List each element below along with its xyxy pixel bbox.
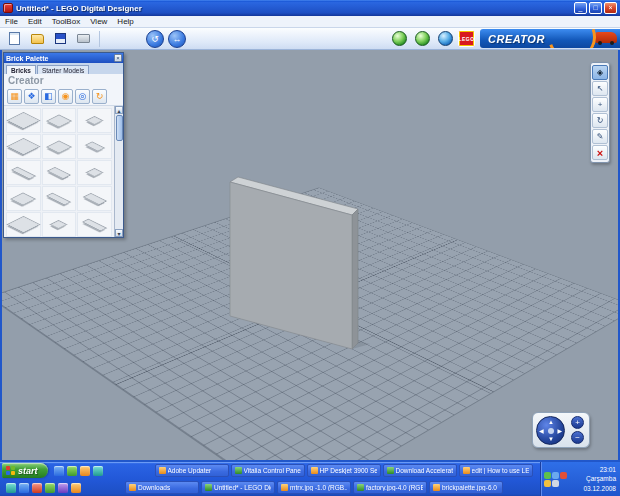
quick-launch-icon[interactable]	[67, 466, 77, 476]
zoom-out-button[interactable]: −	[571, 431, 584, 444]
taskbar-button[interactable]: factory.jpg-4.0 (RGB...	[353, 481, 427, 494]
tool-button[interactable]: ↖	[592, 81, 608, 96]
mode-tool-button[interactable]: ↔	[168, 30, 186, 48]
toolbar-button[interactable]	[4, 30, 24, 48]
palette-close-icon[interactable]: ×	[114, 54, 122, 62]
tray-icon[interactable]	[552, 472, 559, 479]
tool-button[interactable]: +	[592, 97, 608, 112]
clock[interactable]: 23:01 Çarşamba 03.12.2008	[573, 462, 620, 496]
palette-brick-item[interactable]	[77, 108, 112, 133]
quick-launch-icon[interactable]	[54, 466, 64, 476]
rotate-up-icon[interactable]: ▲	[548, 419, 554, 425]
3d-viewport[interactable]: Brick Palette × BricksStarter Models Cre…	[0, 50, 620, 462]
quick-launch-icon[interactable]	[32, 483, 42, 493]
menu-item[interactable]: View	[90, 17, 107, 26]
menu-item[interactable]: Edit	[28, 17, 42, 26]
taskbar: start Adobe UpdaterVitalia Control Panel…	[0, 462, 620, 496]
quick-launch-icon[interactable]	[19, 483, 29, 493]
close-button[interactable]: ×	[604, 2, 617, 14]
palette-brick-item[interactable]	[77, 186, 112, 211]
creator-theme-banner: CREATOR	[480, 29, 620, 48]
palette-brick-item[interactable]	[6, 160, 41, 185]
quick-launch-icon[interactable]	[45, 483, 55, 493]
quick-launch-icon[interactable]	[6, 483, 16, 493]
filter-icon: ↻	[96, 92, 104, 101]
palette-brick-item[interactable]	[77, 134, 112, 159]
toolbar-button[interactable]	[50, 30, 70, 48]
mode-tool-button[interactable]: ↺	[146, 30, 164, 48]
zoom-in-button[interactable]: +	[571, 416, 584, 429]
menu-item[interactable]: Help	[117, 17, 133, 26]
globe-icon[interactable]	[392, 31, 407, 46]
taskbar-button[interactable]: Untitled* - LEGO Digit...	[201, 481, 275, 494]
toolbar-button[interactable]	[73, 30, 93, 48]
palette-brick-item[interactable]	[77, 160, 112, 185]
brick-wall-side-face[interactable]	[352, 209, 358, 349]
palette-brick-item[interactable]	[42, 134, 77, 159]
palette-scrollbar[interactable]: ▴ ▾	[114, 106, 123, 237]
palette-filter-button[interactable]: ◧	[41, 89, 56, 104]
quick-launch-icon[interactable]	[58, 483, 68, 493]
minimize-button[interactable]: _	[574, 2, 587, 14]
tray-icon[interactable]	[544, 480, 551, 487]
scrollbar-thumb[interactable]	[116, 115, 123, 141]
camera-dpad[interactable]: ▲ ▼ ◀ ▶	[536, 416, 565, 445]
taskbar-button[interactable]: Download Accelerato...	[383, 464, 457, 477]
palette-brick-item[interactable]	[42, 160, 77, 185]
globe-icon[interactable]	[415, 31, 430, 46]
maximize-button[interactable]: □	[589, 2, 602, 14]
tool-button[interactable]: ↻	[592, 113, 608, 128]
brick-thumbnail-icon	[6, 216, 40, 233]
tray-icon[interactable]	[552, 480, 559, 487]
taskbar-button[interactable]: Adobe Updater	[155, 464, 229, 477]
palette-brick-item[interactable]	[42, 212, 77, 237]
palette-theme-label: Creator	[4, 74, 123, 87]
taskbar-button[interactable]: mtrx.jpg -1.0 (RGB...	[277, 481, 351, 494]
palette-brick-item[interactable]	[42, 186, 77, 211]
tray-icon[interactable]	[544, 472, 551, 479]
palette-filter-button[interactable]: ❖	[24, 89, 39, 104]
tool-button[interactable]: ×	[592, 145, 608, 160]
taskbar-button[interactable]: edit | How to use LEG...	[459, 464, 533, 477]
tool-button[interactable]: ✎	[592, 129, 608, 144]
palette-brick-item[interactable]	[6, 212, 41, 237]
rotate-right-icon[interactable]: ▶	[557, 428, 562, 434]
menu-item[interactable]: File	[5, 17, 18, 26]
main-toolbar: ↺↔ LEGO CREATOR	[0, 28, 620, 50]
palette-filter-button[interactable]: ↻	[92, 89, 107, 104]
palette-filter-button[interactable]: ▦	[7, 89, 22, 104]
window-titlebar[interactable]: Untitled* - LEGO Digital Designer _ □ ×	[0, 0, 620, 16]
rotate-left-icon[interactable]: ◀	[539, 428, 544, 434]
rotate-down-icon[interactable]: ▼	[548, 436, 554, 442]
toolbar-button[interactable]	[27, 30, 47, 48]
taskbar-button[interactable]: Vitalia Control Panel	[231, 464, 305, 477]
palette-titlebar[interactable]: Brick Palette ×	[4, 53, 123, 63]
palette-tab[interactable]: Starter Models	[37, 65, 89, 74]
globe-group	[392, 31, 453, 46]
scroll-down-icon[interactable]: ▾	[115, 229, 123, 237]
tray-icon[interactable]	[560, 472, 567, 479]
palette-brick-item[interactable]	[6, 186, 41, 211]
app-icon	[357, 484, 364, 491]
menu-item[interactable]: ToolBox	[52, 17, 80, 26]
tool-button[interactable]: ◈	[592, 65, 608, 80]
palette-tab[interactable]: Bricks	[6, 65, 36, 74]
quick-launch-icon[interactable]	[93, 466, 103, 476]
quick-launch-icon[interactable]	[71, 483, 81, 493]
palette-brick-item[interactable]	[6, 134, 41, 159]
start-button[interactable]: start	[2, 463, 48, 478]
globe-icon[interactable]	[438, 31, 453, 46]
taskbar-button[interactable]: Downloads	[125, 481, 199, 494]
camera-center-button[interactable]	[548, 428, 554, 434]
palette-brick-item[interactable]	[6, 108, 41, 133]
quick-launch-icon[interactable]	[80, 466, 90, 476]
app-icon	[205, 484, 212, 491]
palette-filter-button[interactable]: ◎	[75, 89, 90, 104]
brick-thumbnail-icon	[82, 192, 106, 204]
palette-filter-button[interactable]: ◉	[58, 89, 73, 104]
palette-brick-item[interactable]	[77, 212, 112, 237]
palette-brick-item[interactable]	[42, 108, 77, 133]
taskbar-button[interactable]: brickpalette.jpg-6.0 (...	[429, 481, 503, 494]
taskbar-button[interactable]: HP Deskjet 3900 Ser...	[307, 464, 381, 477]
scroll-up-icon[interactable]: ▴	[115, 106, 123, 114]
